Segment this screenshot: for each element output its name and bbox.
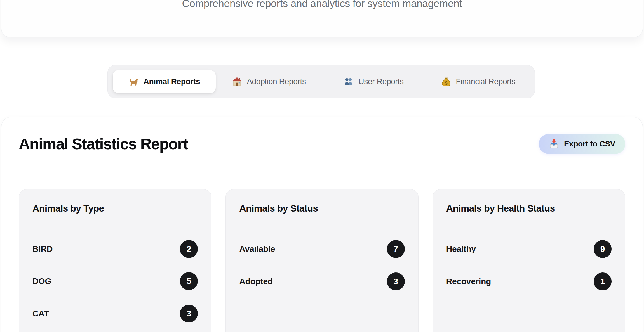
tab-label: Financial Reports: [456, 77, 516, 86]
users-icon: [343, 76, 354, 87]
tab-label: User Reports: [358, 77, 403, 86]
stat-row-label: CAT: [32, 309, 49, 318]
stat-row-label: Adopted: [239, 277, 273, 286]
stat-card-title: Animals by Type: [32, 202, 198, 214]
export-to-csv-button[interactable]: Export to CSV: [539, 134, 625, 154]
tab-animal-reports[interactable]: Animal Reports: [113, 70, 216, 93]
stat-row: Available 7: [239, 233, 405, 265]
stat-count-badge: 2: [180, 240, 198, 258]
stat-count-badge: 3: [387, 272, 405, 290]
stat-row-label: BIRD: [32, 244, 53, 254]
stat-row: Healthy 9: [446, 233, 612, 265]
page-header: Comprehensive reports and analytics for …: [1, 0, 643, 37]
dog-icon: [128, 76, 139, 87]
tab-label: Animal Reports: [144, 77, 200, 86]
stat-row-label: DOG: [32, 276, 51, 286]
stat-count-badge: 7: [387, 240, 405, 258]
stat-count-badge: 3: [180, 305, 198, 322]
stat-card-title: Animals by Status: [239, 202, 405, 214]
stats-grid: Animals by Type BIRD 2 DOG 5 CAT 3 Anima…: [19, 189, 625, 332]
stat-row-label: Recovering: [446, 277, 491, 286]
stat-row: CAT 3: [32, 297, 198, 329]
stat-row-label: Available: [239, 244, 275, 254]
stat-row: BIRD 2: [32, 233, 198, 265]
report-divider: [19, 170, 625, 170]
report-title: Animal Statistics Report: [19, 134, 188, 154]
stat-row-label: Healthy: [446, 244, 476, 254]
page-subtitle: Comprehensive reports and analytics for …: [1, 0, 643, 10]
tab-user-reports[interactable]: User Reports: [322, 70, 425, 93]
stat-row: Recovering 1: [446, 265, 612, 297]
stat-card-divider: [239, 222, 405, 222]
report-tabs: Animal Reports Adoption Reports User Rep…: [107, 65, 535, 98]
house-icon: [232, 76, 242, 87]
stat-card: Animals by Type BIRD 2 DOG 5 CAT 3: [19, 189, 211, 332]
tab-label: Adoption Reports: [247, 77, 306, 86]
stat-count-badge: 5: [180, 272, 198, 290]
export-button-label: Export to CSV: [564, 139, 615, 148]
stat-list: Available 7 Adopted 3: [239, 233, 405, 297]
money-bag-icon: $: [441, 76, 452, 87]
svg-text:$: $: [445, 81, 447, 86]
stat-row: Adopted 3: [239, 265, 405, 297]
stat-card: Animals by Health Status Healthy 9 Recov…: [433, 189, 625, 332]
stat-list: BIRD 2 DOG 5 CAT 3: [32, 233, 198, 329]
stat-card-divider: [446, 222, 612, 222]
stat-count-badge: 1: [594, 272, 612, 290]
stat-card: Animals by Status Available 7 Adopted 3: [225, 189, 418, 332]
stat-row: DOG 5: [32, 265, 198, 297]
animal-statistics-report-card: Animal Statistics Report Export to CSV A…: [1, 117, 643, 332]
inbox-tray-icon: [549, 139, 559, 149]
tab-adoption-reports[interactable]: Adoption Reports: [217, 70, 320, 93]
stat-count-badge: 9: [594, 240, 612, 258]
stat-card-divider: [32, 222, 198, 222]
tab-financial-reports[interactable]: $ Financial Reports: [427, 70, 530, 93]
stat-list: Healthy 9 Recovering 1: [446, 233, 612, 297]
stat-card-title: Animals by Health Status: [446, 202, 612, 214]
report-header: Animal Statistics Report Export to CSV: [19, 134, 625, 154]
